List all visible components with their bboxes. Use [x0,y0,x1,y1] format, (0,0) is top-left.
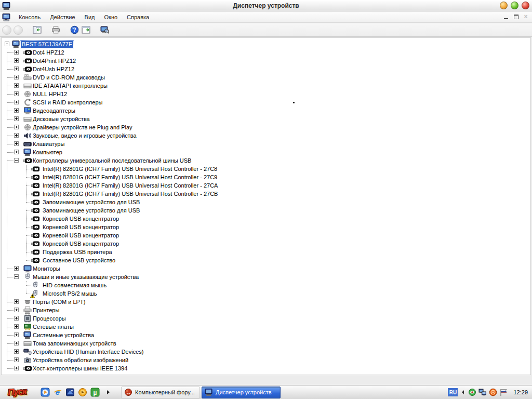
tree-item-label[interactable]: Запоминающее устройство для USB [42,207,141,214]
show-hide-action-pane-button[interactable] [80,24,91,36]
tree-expand-icon[interactable] [14,66,19,71]
help-button[interactable]: ? [69,24,80,36]
tree-item-label[interactable]: DVD и CD-ROM дисководы [32,74,106,81]
tree-item-label[interactable]: Dot4 HPZ12 [32,49,65,56]
desktop: Диспетчер устройств КонсольДействиеВидОк… [0,0,532,399]
child-close-button[interactable]: × [521,12,530,21]
quick-launch-overflow-chevron-icon[interactable] [107,390,110,394]
tree-item-label[interactable]: Сетевые платы [32,323,75,330]
show-hide-console-tree-button[interactable] [31,24,43,36]
tree-item-label[interactable]: Порты (COM и LPT) [32,298,86,305]
internet-explorer-icon[interactable]: e [53,388,62,397]
tree-item-label[interactable]: Intel(R) 82801G (ICH7 Family) USB Univer… [42,165,218,172]
tree-item-label[interactable]: Составное USB устройство [42,257,116,264]
orange-app-icon[interactable] [78,388,87,397]
tree-collapse-icon[interactable] [5,42,9,46]
tree-expand-icon[interactable] [14,341,19,345]
tree-expand-icon[interactable] [14,83,19,88]
tree-expand-icon[interactable] [14,324,19,329]
tree-expand-icon[interactable] [14,316,19,321]
tree-expand-icon[interactable] [14,125,19,129]
tree-expand-icon[interactable] [14,150,19,154]
tree-item-label[interactable]: Клавиатуры [32,140,65,148]
start-button[interactable]: Пуск [1,386,33,399]
flag-tray-icon[interactable] [499,388,508,396]
tree-expand-icon[interactable] [14,357,19,362]
tree-item-label[interactable]: Контроллеры универсальной последовательн… [32,157,192,164]
tree-item-label[interactable]: Запоминающее устройство для USB [42,198,141,206]
scan-hardware-changes-button[interactable] [99,24,110,36]
tray-collapse-arrow-icon[interactable] [462,390,464,394]
utorrent-icon[interactable]: µ [90,388,100,397]
tree-expand-icon[interactable] [14,91,19,96]
tree-item-label[interactable]: Звуковые, видео и игровые устройства [32,132,138,139]
tree-item-label[interactable]: Драйверы устройств не Plug and Play [32,124,134,131]
tree-item-label[interactable]: Хост-контроллеры шины IEEE 1394 [32,365,128,372]
tree-item-label[interactable]: NULL HPH12 [32,90,68,98]
tree-expand-icon[interactable] [14,100,19,104]
menu-item-4[interactable]: Справка [122,12,154,22]
menu-item-3[interactable]: Окно [100,12,123,22]
tree-item-label[interactable]: Системные устройства [32,331,95,339]
child-restore-button[interactable] [511,12,521,21]
child-minimize-button[interactable] [501,12,511,21]
tree-item-label[interactable]: HID-совместимая мышь [42,282,108,289]
tree-collapse-icon[interactable] [14,274,19,279]
maximize-button[interactable] [511,2,518,9]
tree-item-label[interactable]: Dot4Print HPZ12 [32,57,77,64]
tree-expand-icon[interactable] [14,366,19,370]
tree-expand-icon[interactable] [14,50,19,55]
minimize-button[interactable] [500,2,508,9]
tree-expand-icon[interactable] [14,308,19,312]
tree-expand-icon[interactable] [14,108,19,113]
tree-item-label[interactable]: SCSI и RAID контроллеры [32,99,103,106]
tree-item-label[interactable]: Мониторы [32,265,61,272]
tree-item-label[interactable]: BEST-57C139A77F [21,41,73,48]
tree-expand-icon[interactable] [14,299,19,304]
tree-item-label[interactable]: Процессоры [32,315,67,322]
tree-expand-icon[interactable] [14,141,19,146]
tree-item-label[interactable]: Мыши и иные указывающие устройства [32,273,140,281]
tree-row: Клавиатуры [2,140,530,148]
tree-expand-icon[interactable] [14,116,19,121]
tree-item-label[interactable]: Устройства обработки изображений [32,356,129,364]
tree-expand-icon[interactable] [14,58,19,63]
tree-item-label[interactable]: Тома запоминающих устройств [32,340,117,347]
tree-item-label[interactable]: Корневой USB концентратор [42,240,120,247]
tree-item-label[interactable]: Дисковые устройства [32,115,91,123]
non-pnp-icon [23,123,32,131]
tree-item-label[interactable]: Корневой USB концентратор [42,223,120,231]
tree-item-label[interactable]: Поддержка USB принтера [42,248,113,256]
tree-item-label[interactable]: Dot4Usb HPZ12 [32,65,75,73]
file-manager-icon[interactable] [65,388,75,397]
tree-expand-icon[interactable] [14,349,19,354]
tree-collapse-icon[interactable] [14,158,19,163]
print-button[interactable] [50,24,61,36]
close-button[interactable] [522,2,529,9]
tree-item-label[interactable]: Microsoft PS/2 мышь [42,290,98,297]
task-button-forum[interactable]: Компьютерный фору... [121,387,200,398]
tree-item-label[interactable]: Видеоадаптеры [32,107,76,114]
tree-item-label[interactable]: IDE ATA/ATAPI контроллеры [32,82,109,89]
tree-expand-icon[interactable] [14,332,19,337]
tree-expand-icon[interactable] [14,75,19,79]
menu-item-2[interactable]: Вид [80,12,100,22]
tree-item-label[interactable]: Принтеры [32,307,60,314]
tree-item-label[interactable]: Intel(R) 82801G (ICH7 Family) USB Univer… [42,174,218,181]
tree-expand-icon[interactable] [14,266,19,271]
downloader-tray-icon[interactable] [489,388,497,396]
tree-item-label[interactable]: Intel(R) 82801G (ICH7 Family) USB Univer… [42,182,219,189]
menu-item-0[interactable]: Консоль [14,12,45,22]
antivirus-tray-icon[interactable] [468,388,476,396]
tree-item-label[interactable]: Компьютер [32,149,63,156]
language-indicator[interactable]: RU [448,388,458,396]
tree-expand-icon[interactable] [14,133,19,138]
media-player-icon[interactable] [41,388,50,397]
tree-item-label[interactable]: Корневой USB концентратор [42,232,120,239]
tree-item-label[interactable]: Устройства HID (Human Interface Devices) [32,348,144,355]
tree-item-label[interactable]: Intel(R) 82801G (ICH7 Family) USB Univer… [42,190,219,197]
menu-item-1[interactable]: Действие [45,12,79,22]
network-tray-icon[interactable] [478,388,487,396]
tree-item-label[interactable]: Корневой USB концентратор [42,215,120,222]
task-button-device-manager[interactable]: Диспетчер устройств [202,387,281,398]
